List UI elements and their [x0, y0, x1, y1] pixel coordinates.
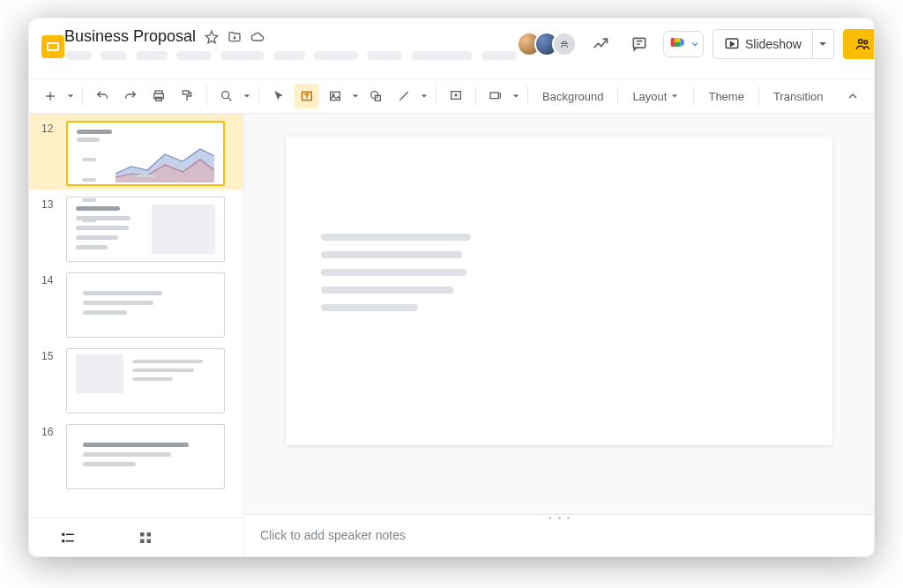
svg-point-8 — [222, 92, 229, 99]
svg-rect-16 — [62, 532, 64, 535]
print-button[interactable] — [146, 84, 171, 108]
svg-rect-20 — [140, 532, 145, 537]
thumbnail-slide-12[interactable]: 12 — [29, 114, 243, 190]
line-dropdown[interactable] — [420, 93, 429, 100]
svg-rect-22 — [140, 539, 145, 543]
svg-point-12 — [371, 92, 378, 99]
document-title[interactable]: Business Proposal — [64, 27, 196, 46]
svg-rect-6 — [156, 97, 162, 100]
slideshow-label: Slideshow — [745, 37, 802, 51]
thumb-number: 15 — [41, 348, 59, 362]
thumb-number: 14 — [41, 272, 59, 287]
svg-rect-10 — [331, 92, 340, 100]
svg-rect-21 — [147, 532, 152, 537]
present-icon — [724, 36, 740, 52]
chevron-down-icon — [818, 40, 827, 48]
thumbnail-slide-15[interactable]: 15 — [29, 341, 243, 417]
layout-button[interactable]: Layout — [625, 90, 686, 103]
version-history-icon[interactable] — [586, 29, 616, 59]
theme-button[interactable]: Theme — [701, 90, 750, 103]
move-folder-icon[interactable] — [228, 30, 242, 44]
slideshow-dropdown[interactable] — [813, 29, 834, 59]
zoom-dropdown[interactable] — [243, 93, 251, 100]
meet-button[interactable] — [663, 31, 704, 57]
redo-button[interactable] — [118, 84, 143, 108]
collaborator-avatars[interactable] — [517, 32, 577, 56]
thumb-number: 12 — [41, 121, 59, 135]
svg-point-2 — [858, 40, 862, 44]
image-dropdown[interactable] — [351, 93, 360, 100]
star-icon[interactable] — [205, 30, 219, 44]
svg-rect-17 — [66, 533, 74, 535]
thumbnail-slide-16[interactable]: 16 — [29, 417, 243, 493]
grid-view-icon[interactable] — [133, 525, 158, 550]
avatar-anonymous[interactable] — [552, 32, 577, 56]
meet-icon — [669, 34, 687, 54]
speaker-notes[interactable]: Click to add speaker notes — [244, 521, 874, 556]
paint-format-button[interactable] — [175, 84, 199, 108]
app-window: Business Proposal — [28, 18, 875, 557]
slideshow-button[interactable]: Slideshow — [713, 29, 813, 59]
body: 12 — [29, 114, 874, 556]
thumbnail-slide-14[interactable]: 14 — [29, 265, 243, 341]
filmstrip-footer — [29, 517, 243, 556]
comment-tool[interactable] — [444, 84, 468, 108]
new-slide-dropdown[interactable] — [66, 93, 75, 100]
background-button[interactable]: Background — [535, 90, 610, 103]
svg-rect-19 — [66, 540, 74, 542]
fit-tool[interactable] — [483, 84, 508, 108]
titlebar: Business Proposal — [29, 19, 874, 78]
svg-rect-15 — [490, 93, 498, 99]
transition-button[interactable]: Transition — [766, 90, 831, 103]
comments-icon[interactable] — [624, 29, 654, 59]
svg-rect-0 — [633, 38, 645, 48]
chevron-down-icon — [690, 41, 699, 48]
svg-point-3 — [864, 41, 868, 44]
undo-button[interactable] — [90, 84, 115, 108]
cloud-status-icon[interactable] — [250, 30, 265, 44]
thumb-number: 13 — [41, 197, 59, 211]
filmstrip: 12 — [29, 114, 244, 556]
speaker-notes-splitter[interactable] — [244, 514, 874, 521]
filmstrip-view-icon[interactable] — [56, 525, 80, 550]
app-logo[interactable] — [41, 26, 64, 68]
fit-dropdown[interactable] — [511, 93, 520, 100]
chevron-down-icon — [671, 93, 678, 100]
thumb-number: 16 — [41, 424, 59, 438]
collapse-toolbar-button[interactable] — [840, 84, 865, 108]
svg-rect-23 — [147, 539, 152, 543]
svg-rect-7 — [183, 91, 189, 94]
slide-canvas[interactable] — [286, 137, 832, 445]
speaker-notes-placeholder: Click to add speaker notes — [260, 528, 406, 542]
select-tool[interactable] — [266, 84, 291, 108]
zoom-button[interactable] — [214, 84, 239, 108]
thumbnail-slide-13[interactable]: 13 — [29, 190, 243, 265]
shape-tool[interactable] — [363, 84, 388, 108]
textbox-tool[interactable] — [295, 84, 319, 108]
canvas-stage[interactable] — [244, 114, 874, 514]
line-tool[interactable] — [392, 84, 416, 108]
people-icon — [854, 36, 870, 52]
menu-bar[interactable] — [64, 51, 517, 60]
toolbar: Background Layout Theme Transition — [29, 78, 874, 114]
share-button[interactable]: Share — [843, 29, 875, 59]
new-slide-button[interactable] — [38, 84, 63, 108]
svg-rect-18 — [62, 540, 64, 542]
canvas-area: Click to add speaker notes — [244, 114, 874, 556]
image-tool[interactable] — [323, 84, 347, 108]
